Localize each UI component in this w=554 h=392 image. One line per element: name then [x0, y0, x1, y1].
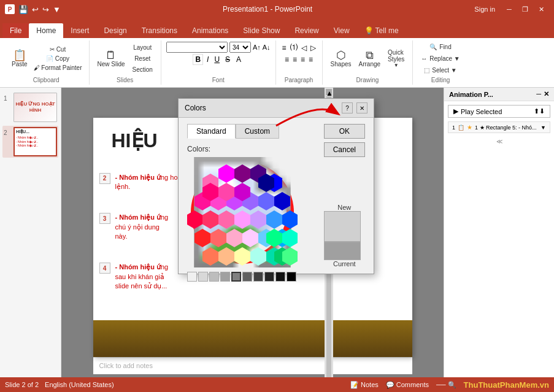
new-slide-button[interactable]: 🗒 New Slide: [94, 48, 128, 69]
current-label: Current: [324, 260, 365, 267]
scroll-up-button[interactable]: ▲: [326, 89, 332, 95]
tab-review[interactable]: Review: [287, 23, 326, 38]
comments-button[interactable]: 💬 Comments: [386, 381, 429, 389]
gray-swatch-1[interactable]: [198, 272, 208, 282]
align-left-button[interactable]: ≡: [283, 55, 290, 64]
indent-increase-button[interactable]: ▷: [309, 43, 317, 53]
new-label: New: [324, 204, 365, 211]
slide-thumb-2[interactable]: 2 HIỆU... - Nhóm hiệu ứ...- Nhóm hiệu ứ.…: [2, 126, 58, 158]
tab-tellme[interactable]: 💡 Tell me: [357, 23, 406, 38]
replace-button[interactable]: ↔ Replace ▼: [418, 53, 463, 64]
increase-font-button[interactable]: A↑: [253, 44, 261, 51]
notes-placeholder: Click to add notes: [99, 362, 153, 369]
quick-styles-button[interactable]: QuickStyles ▼: [385, 47, 407, 70]
slide-num-2: 2: [4, 129, 11, 136]
select-button[interactable]: ⬚ Select ▼: [421, 65, 460, 75]
ribbon-group-editing: 🔍 Find ↔ Replace ▼ ⬚ Select ▼ Editing: [413, 40, 467, 85]
customize-icon[interactable]: ▼: [53, 5, 61, 14]
indent-decrease-button[interactable]: ◁: [300, 43, 308, 53]
dialog-close-button[interactable]: ✕: [356, 102, 367, 113]
gray-swatch-4[interactable]: [231, 272, 241, 282]
ribbon-group-clipboard: 📋 Paste ✂ Cut 📄 Copy 🖌 Format Painter Cl…: [4, 40, 90, 85]
font-size-select[interactable]: 34: [229, 42, 251, 53]
animation-panel-close[interactable]: ✕: [544, 90, 549, 98]
tab-file[interactable]: File: [2, 23, 29, 38]
italic-button[interactable]: I: [205, 55, 210, 64]
tab-slideshow[interactable]: Slide Show: [236, 23, 287, 38]
tab-design[interactable]: Design: [96, 23, 134, 38]
ok-button[interactable]: OK: [324, 124, 365, 139]
drawing-buttons: ⬡ Shapes ⧉ Arrange QuickStyles ▼: [328, 42, 408, 75]
restore-button[interactable]: ❐: [517, 1, 533, 17]
notes-area[interactable]: Click to add notes: [93, 357, 412, 374]
gray-swatch-7[interactable]: [264, 272, 274, 282]
font-family-select[interactable]: [166, 42, 228, 53]
reset-button[interactable]: Reset: [129, 53, 156, 64]
layout-button[interactable]: Layout: [129, 42, 156, 53]
quick-save-icon[interactable]: 💾: [18, 5, 28, 14]
quick-undo-icon[interactable]: ↩: [32, 5, 39, 14]
tab-view[interactable]: View: [326, 23, 357, 38]
gray-swatch-3[interactable]: [220, 272, 230, 282]
close-button[interactable]: ✕: [533, 1, 549, 17]
ribbon-group-drawing: ⬡ Shapes ⧉ Arrange QuickStyles ▼ Drawing: [323, 40, 414, 85]
minimize-button[interactable]: ─: [501, 1, 517, 17]
color-tabs: Standard Custom: [187, 124, 315, 139]
section-button[interactable]: Section: [129, 64, 156, 75]
notes-button[interactable]: 📝 Notes: [350, 381, 379, 389]
justify-button[interactable]: ≡: [307, 55, 314, 64]
play-selected-button[interactable]: ▶ Play Selected ⬆⬇: [448, 105, 550, 118]
gray-swatch-6[interactable]: [253, 272, 263, 282]
zoom-controls[interactable]: ── 🔍: [436, 381, 456, 389]
dialog-help-button[interactable]: ?: [342, 102, 353, 113]
tab-animations[interactable]: Animations: [185, 23, 236, 38]
arrange-button[interactable]: ⧉ Arrange: [356, 48, 384, 69]
cancel-button[interactable]: Cancel: [324, 142, 365, 157]
tab-home[interactable]: Home: [29, 23, 63, 38]
align-right-button[interactable]: ≡: [299, 55, 306, 64]
editing-label: Editing: [431, 75, 450, 83]
ribbon-group-paragraph: ≡ ⑴ ◁ ▷ ≡ ≡ ≡ ≡ Paragraph: [276, 40, 323, 85]
sign-in-button[interactable]: Sign in: [474, 6, 495, 13]
bold-button[interactable]: B: [193, 54, 203, 65]
tab-transitions[interactable]: Transitions: [134, 23, 185, 38]
gray-swatch-9[interactable]: [287, 272, 296, 282]
find-button[interactable]: 🔍 Find: [426, 42, 454, 52]
slide-info: Slide 2 of 2: [5, 381, 39, 388]
slides-buttons: 🗒 New Slide Layout Reset Section: [94, 42, 156, 75]
gray-swatch-8[interactable]: [275, 272, 285, 282]
paste-button[interactable]: 📋 Paste: [9, 48, 31, 69]
tab-custom[interactable]: Custom: [236, 124, 279, 139]
gray-swatch-0[interactable]: [187, 272, 197, 282]
color-wheel[interactable]: [187, 157, 298, 267]
copy-button[interactable]: 📄 Copy: [32, 55, 84, 63]
animation-panel-title: Animation P...: [449, 91, 493, 98]
strikethrough-button[interactable]: S: [223, 55, 232, 64]
animation-panel-collapse[interactable]: ─: [536, 90, 541, 98]
tab-standard[interactable]: Standard: [187, 124, 236, 139]
animation-panel: Animation P... ─ ✕ ▶ Play Selected ⬆⬇ 1 …: [444, 88, 554, 392]
title-left: P 💾 ↩ ↪ ▼: [5, 4, 61, 14]
animation-item-1[interactable]: 1 📋 ★ 1 ★ Rectangle 5: - Nhó... ▼: [448, 121, 550, 133]
underline-button[interactable]: U: [212, 55, 221, 64]
gray-swatch-5[interactable]: [242, 272, 252, 282]
decrease-font-button[interactable]: A↓: [263, 44, 271, 51]
numbering-button[interactable]: ⑴: [289, 42, 299, 53]
anim-menu-arrow[interactable]: ▼: [541, 125, 546, 131]
animation-panel-header: Animation P... ─ ✕: [444, 88, 554, 101]
gray-swatch-2[interactable]: [209, 272, 219, 282]
ribbon: File Home Insert Design Transitions Anim…: [0, 18, 554, 88]
font-color-button[interactable]: A: [234, 55, 244, 64]
cut-button[interactable]: ✂ Cut: [32, 45, 84, 53]
bullets-button[interactable]: ≡: [281, 43, 288, 53]
format-painter-button[interactable]: 🖌 Format Painter: [32, 64, 84, 72]
align-center-button[interactable]: ≡: [291, 55, 298, 64]
status-right: 📝 Notes 💬 Comments ── 🔍 ThuThuatPhanMem.…: [350, 380, 549, 390]
quick-redo-icon[interactable]: ↪: [42, 5, 49, 14]
slide-thumb-1[interactable]: 1 HIỆU ỨNG HOẠT HÌNH: [2, 91, 58, 123]
comments-icon: 💬: [386, 381, 394, 389]
anim-icon: 📋: [458, 125, 464, 131]
tab-insert[interactable]: Insert: [63, 23, 96, 38]
ribbon-group-font: 34 A↑ A↓ B I U S A Font: [161, 40, 276, 85]
shapes-button[interactable]: ⬡ Shapes: [328, 48, 355, 69]
